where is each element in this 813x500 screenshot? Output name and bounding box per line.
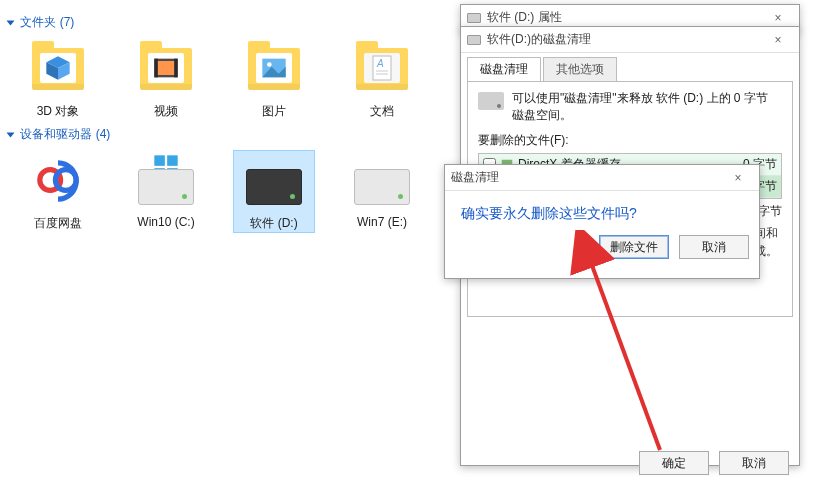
svg-rect-4: [157, 61, 176, 75]
titlebar[interactable]: 磁盘清理 ×: [445, 165, 759, 191]
close-button[interactable]: ×: [763, 33, 793, 47]
svg-point-8: [267, 62, 272, 67]
cancel-button[interactable]: 取消: [719, 451, 789, 475]
folder-videos[interactable]: 视频: [126, 39, 206, 120]
drive-d[interactable]: 软件 (D:): [234, 151, 314, 232]
drive-icon: [478, 92, 504, 110]
baidu-icon: [28, 151, 88, 211]
drive-label: 软件 (D:): [234, 215, 314, 232]
dialog-buttons: 删除文件 取消: [445, 231, 759, 267]
film-icon: [148, 53, 184, 83]
folder-3d-objects[interactable]: 3D 对象: [18, 39, 98, 120]
close-button[interactable]: ×: [723, 171, 753, 185]
chevron-down-icon: [7, 20, 15, 25]
delete-files-button[interactable]: 删除文件: [599, 235, 669, 259]
dialog-buttons: 确定 取消: [461, 443, 799, 483]
section-drives-label: 设备和驱动器: [20, 127, 92, 141]
svg-rect-5: [154, 59, 158, 78]
drive-label: Win7 (E:): [342, 215, 422, 229]
folder-documents[interactable]: A 文档: [342, 39, 422, 120]
folder-pictures[interactable]: 图片: [234, 39, 314, 120]
ok-button[interactable]: 确定: [639, 451, 709, 475]
drive-c[interactable]: Win10 (C:): [126, 151, 206, 232]
drive-e[interactable]: Win7 (E:): [342, 151, 422, 232]
window-title: 软件(D:)的磁盘清理: [487, 31, 591, 48]
picture-icon: [256, 53, 292, 83]
section-drives-count: (4): [96, 127, 111, 141]
drive-label: 百度网盘: [18, 215, 98, 232]
close-button[interactable]: ×: [763, 11, 793, 25]
svg-rect-18: [167, 155, 178, 166]
drive-icon: [246, 169, 302, 205]
section-folders-label: 文件夹: [20, 15, 56, 29]
drive-baidu[interactable]: 百度网盘: [18, 151, 98, 232]
svg-rect-17: [154, 155, 165, 166]
drive-icon: [354, 169, 410, 205]
confirm-dialog: 磁盘清理 × 确实要永久删除这些文件吗? 删除文件 取消: [444, 164, 760, 279]
svg-rect-6: [174, 59, 178, 78]
folder-label: 视频: [126, 103, 206, 120]
window-title: 软件 (D:) 属性: [487, 9, 562, 26]
drive-icon: [138, 169, 194, 205]
folder-label: 文档: [342, 103, 422, 120]
chevron-down-icon: [7, 132, 15, 137]
cleanup-hint: 可以使用"磁盘清理"来释放 软件 (D:) 上的 0 字节 磁盘空间。: [512, 90, 782, 124]
tabs: 磁盘清理 其他选项: [461, 53, 799, 81]
document-icon: A: [364, 53, 400, 83]
confirm-question: 确实要永久删除这些文件吗?: [461, 205, 743, 223]
drive-label: Win10 (C:): [126, 215, 206, 229]
drive-icon: [467, 35, 481, 45]
tab-other-options[interactable]: 其他选项: [543, 57, 617, 81]
tab-cleanup[interactable]: 磁盘清理: [467, 57, 541, 81]
section-folders-count: (7): [60, 15, 75, 29]
cube-icon: [40, 53, 76, 83]
cancel-button[interactable]: 取消: [679, 235, 749, 259]
titlebar[interactable]: 软件(D:)的磁盘清理 ×: [461, 27, 799, 53]
svg-text:A: A: [376, 58, 384, 69]
folder-label: 图片: [234, 103, 314, 120]
dialog-title: 磁盘清理: [451, 169, 499, 186]
folder-label: 3D 对象: [18, 103, 98, 120]
files-to-delete-label: 要删除的文件(F):: [478, 132, 782, 149]
drive-icon: [467, 13, 481, 23]
